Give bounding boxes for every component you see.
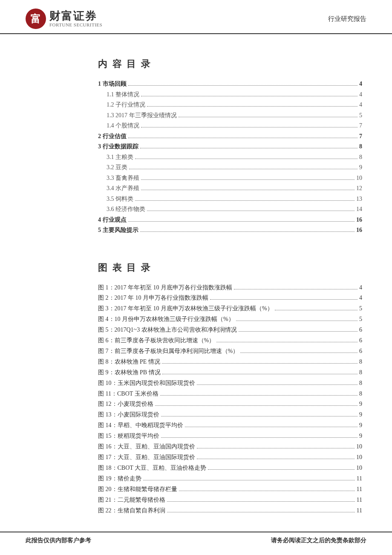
figure-item-label: 图 14：早稻、中晚稻现货平均价 — [98, 420, 183, 431]
figure-item: 图 18：CBOT 大豆、豆粕、豆油价格走势10 — [98, 463, 362, 474]
toc-item-label: 3.1 主粮类 — [107, 152, 133, 163]
toc-item-page: 4 — [359, 79, 362, 90]
figure-item: 图 7：前三季度各子板块归属母净利润同比增速（%）6 — [98, 346, 362, 357]
leader-dots — [135, 200, 355, 201]
leader-dots — [162, 374, 357, 374]
leader-dots — [162, 363, 357, 364]
figure-item-page: 11 — [357, 506, 362, 516]
leader-dots — [129, 169, 357, 169]
figure-item-label: 图 15：粳稻现货平均价 — [98, 431, 159, 442]
leader-dots — [140, 148, 358, 148]
figure-item: 图 20：生猪和能繁母猪存栏量11 — [98, 484, 362, 495]
leader-dots — [143, 480, 355, 480]
leader-dots — [128, 85, 358, 86]
toc-item: 2 行业估值7 — [98, 131, 362, 142]
page-footer: 此报告仅供内部客户参考 请务必阅读正文之后的免责条款部分 — [0, 532, 392, 544]
figure-item: 图 3：2017 年年初至 10 月底申万农林牧渔三级子行业涨跌幅（%）5 — [98, 304, 362, 314]
toc-item-label: 1.1 整体情况 — [107, 90, 139, 100]
leader-dots — [140, 231, 355, 232]
figure-item: 图 13：小麦国际现货价9 — [98, 410, 362, 420]
leader-dots — [167, 512, 355, 512]
figure-item-page: 10 — [356, 463, 362, 474]
toc-item-page: 14 — [356, 204, 362, 215]
figure-item-page: 9 — [359, 410, 362, 420]
toc-item-page: 10 — [356, 173, 362, 184]
toc-item-label: 3.2 豆类 — [107, 162, 127, 173]
figure-item-page: 8 — [359, 378, 362, 389]
toc-item-label: 3.4 水产养殖 — [107, 183, 139, 194]
toc-item-page: 16 — [356, 225, 362, 236]
toc-item-label: 3.6 经济作物类 — [107, 204, 145, 215]
leader-dots — [141, 190, 355, 190]
logo-text: 财富证券 FORTUNE SECURITIES — [49, 10, 102, 28]
toc-item-label: 1.3 2017 年三季报业绩情况 — [107, 110, 177, 121]
toc-item: 1.2 子行业情况4 — [107, 100, 362, 110]
figure-item-page: 4 — [359, 283, 362, 293]
toc-item-page: 9 — [359, 162, 362, 173]
figure-item: 图 22：生猪自繁自养利润11 — [98, 506, 362, 516]
figure-item-label: 图 7：前三季度各子板块归属母净利润同比增速（%） — [98, 346, 239, 357]
leader-dots — [197, 384, 358, 385]
footer-left-note: 此报告仅供内部客户参考 — [26, 537, 91, 544]
figure-item: 图 2：2017 年 10 月申万各行业指数涨跌幅4 — [98, 293, 362, 304]
toc-item: 1.3 2017 年三季报业绩情况5 — [107, 110, 362, 121]
figure-item-label: 图 21：二元能繁母猪价格 — [98, 495, 165, 506]
figure-item-label: 图 12：小麦现货价格 — [98, 399, 153, 410]
figure-item-page: 11 — [357, 484, 362, 495]
figure-item-label: 图 2：2017 年 10 月申万各行业指数涨跌幅 — [98, 293, 208, 304]
figure-item-label: 图 16：大豆、豆粕、豆油国内现货价 — [98, 442, 195, 452]
leader-dots — [155, 405, 358, 406]
figure-item-label: 图 6：前三季度各子板块营收同比增速（%） — [98, 335, 215, 346]
footer-right-note: 请务必阅读正文之后的免责条款部分 — [271, 537, 366, 544]
leader-dots — [160, 395, 357, 396]
report-type-label: 行业研究报告 — [328, 15, 366, 23]
leader-dots — [128, 138, 358, 138]
figure-item: 图 19：猪价走势11 — [98, 474, 362, 484]
leader-dots — [240, 353, 357, 353]
toc-item: 5 主要风险提示16 — [98, 225, 362, 236]
figure-item-label: 图 18：CBOT 大豆、豆粕、豆油价格走势 — [98, 463, 206, 474]
figure-item-label: 图 1：2017 年年初至 10 月底申万各行业指数涨跌幅 — [98, 283, 232, 293]
leader-dots — [185, 427, 358, 427]
figure-item-page: 6 — [359, 335, 362, 346]
figure-item-page: 5 — [359, 304, 362, 314]
toc-item-page: 13 — [356, 194, 362, 205]
figure-item-page: 8 — [359, 357, 362, 367]
logo-chinese: 财富证券 — [49, 10, 102, 23]
leader-dots — [234, 289, 357, 289]
toc-item: 1.4 个股情况7 — [107, 121, 362, 131]
toc-item-label: 3.5 饲料类 — [107, 194, 133, 205]
figure-item-page: 10 — [356, 452, 362, 463]
leader-dots — [147, 211, 355, 211]
figure-item: 图 6：前三季度各子板块营收同比增速（%）6 — [98, 335, 362, 346]
figure-item-page: 11 — [357, 495, 362, 506]
toc-item-label: 5 主要风险提示 — [98, 225, 138, 236]
toc-item: 3.1 主粮类8 — [107, 152, 362, 163]
leader-dots — [197, 459, 355, 459]
figure-item: 图 12：小麦现货价格9 — [98, 399, 362, 410]
figure-item-label: 图 19：猪价走势 — [98, 474, 141, 484]
toc-item-label: 2 行业估值 — [98, 131, 127, 142]
toc-item-label: 4 行业观点 — [98, 215, 127, 225]
toc-item-page: 4 — [359, 100, 362, 110]
figure-item: 图 16：大豆、豆粕、豆油国内现货价10 — [98, 442, 362, 452]
figures-list: 图 1：2017 年年初至 10 月底申万各行业指数涨跌幅4图 2：2017 年… — [98, 283, 362, 516]
figure-item-page: 8 — [359, 367, 362, 378]
figure-item-page: 4 — [359, 293, 362, 304]
page-content: 内 容 目 录 1 市场回顾41.1 整体情况41.2 子行业情况41.3 20… — [0, 36, 392, 516]
toc-heading: 内 容 目 录 — [98, 58, 362, 70]
figure-item-label: 图 3：2017 年年初至 10 月底申万农林牧渔三级子行业涨跌幅（%） — [98, 304, 273, 314]
toc-item: 4 行业观点16 — [98, 215, 362, 225]
toc-item-page: 4 — [359, 90, 362, 100]
figure-item: 图 1：2017 年年初至 10 月底申万各行业指数涨跌幅4 — [98, 283, 362, 293]
toc-item-page: 7 — [359, 121, 362, 131]
figure-item-page: 9 — [359, 431, 362, 442]
figure-item: 图 15：粳稻现货平均价9 — [98, 431, 362, 442]
toc-item: 3.3 畜禽养殖10 — [107, 173, 362, 184]
toc-item: 3.2 豆类9 — [107, 162, 362, 173]
figure-item-label: 图 8：农林牧渔 PE 情况 — [98, 357, 160, 367]
figure-item-label: 图 5：2017Q1~3 农林牧渔上市公司营收和净利润情况 — [98, 325, 237, 335]
figure-item-label: 图 13：小麦国际现货价 — [98, 410, 159, 420]
figure-item: 图 9：农林牧渔 PB 情况8 — [98, 367, 362, 378]
toc-item-page: 8 — [359, 142, 362, 152]
